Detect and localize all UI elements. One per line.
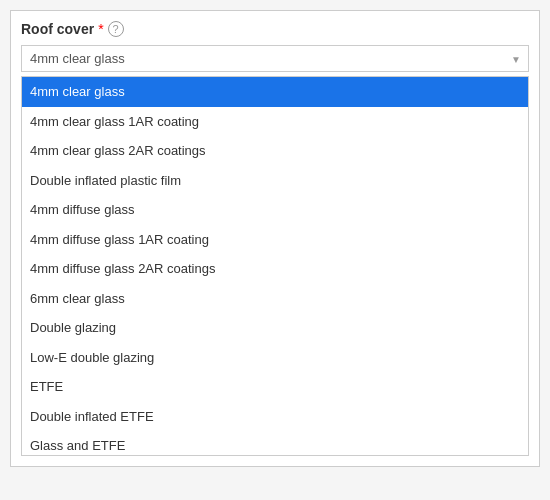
required-indicator: * — [98, 21, 103, 37]
roof-cover-field: Roof cover * ? 4mm clear glass4mm clear … — [10, 10, 540, 467]
label-row: Roof cover * ? — [21, 21, 529, 37]
roof-cover-select[interactable]: 4mm clear glass4mm clear glass 1AR coati… — [21, 45, 529, 72]
list-item[interactable]: Double inflated plastic film — [22, 166, 528, 196]
list-item[interactable]: 4mm clear glass — [22, 77, 528, 107]
dropdown-list[interactable]: 4mm clear glass4mm clear glass 1AR coati… — [21, 76, 529, 456]
list-item[interactable]: Glass and ETFE — [22, 431, 528, 456]
list-item[interactable]: 4mm diffuse glass — [22, 195, 528, 225]
list-item[interactable]: 6mm clear glass — [22, 284, 528, 314]
select-wrapper: 4mm clear glass4mm clear glass 1AR coati… — [21, 45, 529, 72]
field-label: Roof cover — [21, 21, 94, 37]
help-icon[interactable]: ? — [108, 21, 124, 37]
list-item[interactable]: Double glazing — [22, 313, 528, 343]
list-item[interactable]: 4mm diffuse glass 1AR coating — [22, 225, 528, 255]
list-item[interactable]: Double inflated ETFE — [22, 402, 528, 432]
list-item[interactable]: 4mm clear glass 1AR coating — [22, 107, 528, 137]
list-item[interactable]: Low-E double glazing — [22, 343, 528, 373]
list-item[interactable]: 4mm clear glass 2AR coatings — [22, 136, 528, 166]
list-item[interactable]: ETFE — [22, 372, 528, 402]
list-item[interactable]: 4mm diffuse glass 2AR coatings — [22, 254, 528, 284]
